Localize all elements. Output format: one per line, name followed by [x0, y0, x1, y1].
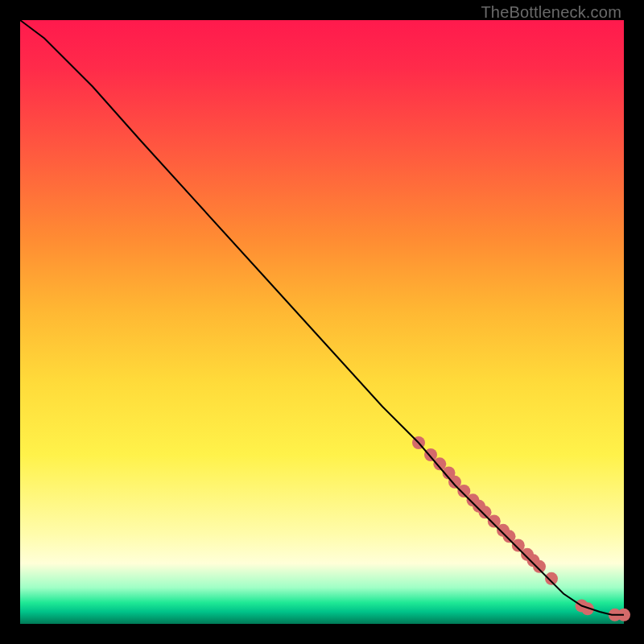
- watermark-text: TheBottleneck.com: [481, 3, 621, 22]
- marker-group: [412, 436, 630, 621]
- chart-svg: [20, 20, 624, 624]
- data-point: [545, 572, 558, 585]
- data-point: [533, 560, 546, 573]
- chart-frame: TheBottleneck.com: [0, 0, 644, 644]
- data-point: [424, 448, 437, 461]
- curve-path: [20, 20, 624, 615]
